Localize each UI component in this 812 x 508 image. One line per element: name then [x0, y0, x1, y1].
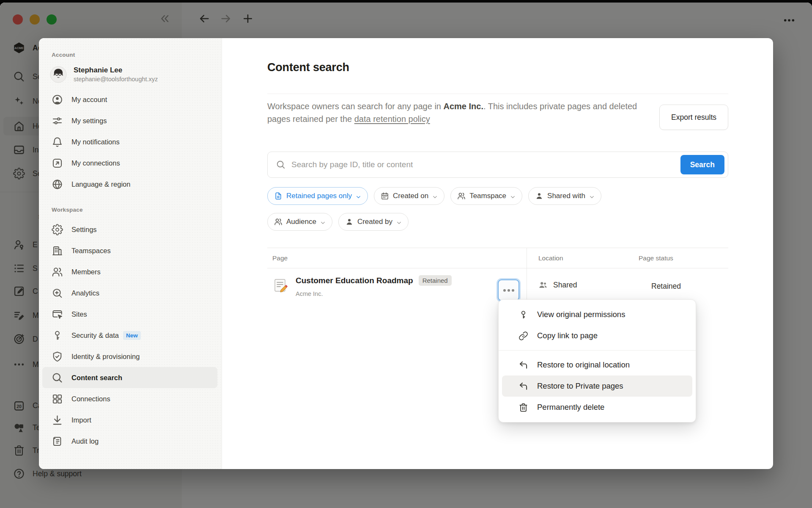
new-badge: New: [123, 331, 141, 340]
account-section-label: Account: [52, 52, 222, 58]
browser-icon: [52, 309, 63, 320]
menu-item[interactable]: View original permissions: [502, 304, 692, 325]
shield-check-icon: [52, 351, 63, 362]
people-icon: [457, 192, 466, 200]
row-actions-button[interactable]: [498, 279, 519, 301]
search-bar: Search: [267, 152, 728, 178]
people-icon: [274, 218, 283, 226]
menu-item[interactable]: Restore to Private pages: [502, 375, 692, 397]
people-icon: [52, 266, 63, 278]
user-email: stephanie@toolsforthought.xyz: [74, 75, 158, 83]
key-icon: [52, 330, 63, 341]
page-title: Content search: [267, 61, 349, 74]
sidebar-item[interactable]: Content search: [42, 367, 217, 388]
filter-row-2: Audience Created by: [267, 213, 409, 231]
person-icon: [535, 192, 543, 200]
building-icon: [52, 245, 63, 257]
divider: [499, 350, 696, 351]
location-cell: Shared: [553, 281, 577, 290]
sidebar-item[interactable]: Teamspaces: [42, 240, 217, 261]
account-user[interactable]: Stephanie Lee stephanie@toolsforthought.…: [50, 66, 222, 83]
chevron-down-icon: [510, 193, 516, 199]
chevron-down-icon: [432, 193, 438, 199]
search-button[interactable]: Search: [680, 155, 724, 174]
download-icon: [52, 414, 63, 426]
description: Workspace owners can search for any page…: [267, 100, 639, 126]
workspace-name: Acme Inc.: [444, 102, 483, 111]
page-status-cell: Retained: [651, 282, 681, 291]
sidebar-item[interactable]: Connections: [42, 388, 217, 409]
sidebar-item[interactable]: Audit log: [42, 431, 217, 452]
scroll-icon: [52, 436, 63, 447]
filter-chip[interactable]: Teamspace: [450, 187, 522, 205]
people-icon: [538, 280, 548, 290]
search-icon: [52, 372, 63, 384]
workspace-section-label: Workspace: [52, 207, 222, 213]
person-icon: [345, 218, 354, 226]
filter-chip[interactable]: Created on: [374, 187, 444, 205]
sidebar-item[interactable]: Language & region: [42, 174, 217, 195]
link-icon: [518, 331, 528, 341]
globe-icon: [52, 179, 63, 190]
search-input[interactable]: [291, 160, 680, 170]
column-header-page: Page: [267, 254, 527, 262]
sliders-icon: [52, 115, 63, 127]
chevron-down-icon: [396, 219, 402, 225]
magnifier-plus-icon: [52, 287, 63, 299]
menu-item[interactable]: Restore to original location: [502, 354, 692, 375]
sidebar-item[interactable]: My notifications: [42, 131, 217, 152]
sidebar-item[interactable]: Analytics: [42, 282, 217, 304]
sidebar-item[interactable]: My settings: [42, 110, 217, 131]
sidebar-item[interactable]: Import: [42, 409, 217, 431]
filter-row-1: Retained pages only Created on Teamspace: [267, 187, 601, 205]
sidebar-item[interactable]: Settings: [42, 219, 217, 240]
column-header-location: Location: [527, 254, 639, 262]
sidebar-item[interactable]: Members: [42, 261, 217, 282]
column-header-page-status: Page status: [639, 254, 673, 262]
row-actions-menu: View original permissions Copy link to p…: [498, 299, 696, 422]
menu-item[interactable]: Copy link to page: [502, 325, 692, 346]
table-header: Page Location Page status: [267, 248, 728, 268]
gear-icon: [52, 224, 63, 235]
doc-icon: [274, 192, 283, 200]
menu-item[interactable]: Permanently delete: [502, 397, 692, 418]
retained-badge: Retained: [419, 275, 452, 286]
filter-chip[interactable]: Retained pages only: [267, 187, 368, 205]
workspace-items: Settings Teamspaces Members A: [39, 219, 222, 452]
settings-sidebar: Account Stephanie Lee stephanie@toolsfor…: [39, 38, 222, 469]
filter-chip[interactable]: Created by: [338, 213, 409, 231]
sidebar-item[interactable]: My account: [42, 89, 217, 110]
box-arrow-icon: [52, 157, 63, 169]
avatar: [50, 66, 67, 83]
chevron-down-icon: [356, 193, 361, 199]
filter-chip[interactable]: Shared with: [528, 187, 601, 205]
chevron-down-icon: [589, 193, 595, 199]
key-icon: [518, 310, 528, 320]
data-retention-policy-link[interactable]: data retention policy: [354, 114, 430, 124]
page-workspace-subtitle: Acme Inc.: [296, 290, 323, 297]
sidebar-item[interactable]: Sites: [42, 304, 217, 325]
divider: [267, 94, 728, 94]
search-icon: [276, 160, 285, 169]
page-title-cell[interactable]: Customer Education Roadmap: [296, 276, 413, 285]
person-circle-icon: [52, 94, 63, 105]
calendar-icon: [381, 192, 389, 200]
undo-icon: [518, 360, 528, 370]
export-results-button[interactable]: Export results: [659, 105, 728, 130]
filter-chip[interactable]: Audience: [267, 213, 332, 231]
sidebar-item[interactable]: My connections: [42, 152, 217, 174]
sidebar-item[interactable]: Identity & provisioning: [42, 346, 217, 367]
undo-icon: [518, 381, 528, 391]
account-items: My account My settings My notifications: [39, 89, 222, 195]
bell-icon: [52, 136, 63, 148]
trash-icon: [518, 403, 528, 412]
chevron-down-icon: [320, 219, 326, 225]
sidebar-item[interactable]: Security & data New: [42, 325, 217, 346]
user-name: Stephanie Lee: [74, 66, 158, 75]
grid-icon: [52, 393, 63, 405]
memo-icon: [272, 278, 288, 293]
